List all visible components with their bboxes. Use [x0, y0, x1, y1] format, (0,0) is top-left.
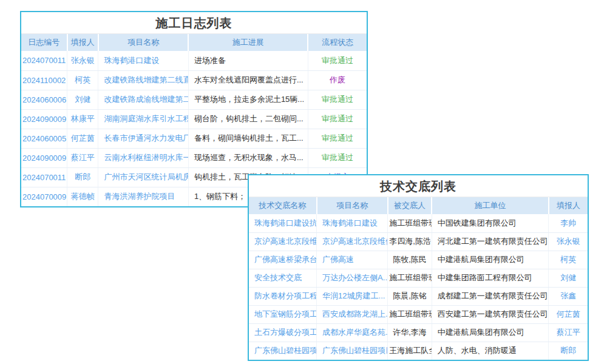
- disclosure-name-link[interactable]: 广佛高速桥梁承台施...: [249, 251, 317, 269]
- column-header-disclosure-name-link: 技术交底名称: [249, 197, 317, 214]
- column-header-reporter-link: 填报人: [549, 197, 588, 214]
- recipient-text: 施工班组带班...: [388, 214, 432, 232]
- table-row: 防水卷材分项工程施...华润12城房建工...陈晨,陈铭成都建工第一建筑有限责任…: [249, 287, 588, 305]
- column-header-project-link: 项目名称: [98, 34, 189, 51]
- status-badge: 审批通过: [308, 129, 367, 148]
- disclosure-name-link[interactable]: 广东佛山碧桂园项目...: [249, 342, 317, 360]
- project-link[interactable]: 广州市天河区统计局机房...: [98, 167, 189, 187]
- project-link[interactable]: 改建铁路成渝线增建第二...: [98, 90, 189, 109]
- construction-unit-text: 中建港航局集团有限公司: [432, 251, 549, 269]
- project-link[interactable]: 西安成都路龙湖上...: [317, 305, 388, 323]
- reporter-link[interactable]: 蔡江平: [67, 148, 98, 167]
- disclosure-name-link[interactable]: 安全技术交底: [249, 269, 317, 287]
- disclosure-name-link[interactable]: 京沪高速北京段维修...: [249, 232, 317, 251]
- table-row: 广东佛山碧桂园项目...广东佛山碧桂园项目王海施工队全队人防、水电、消防暖通断郎: [249, 342, 588, 360]
- reporter-link[interactable]: 张永银: [549, 232, 588, 251]
- disclosure-name-link[interactable]: 地下室钢筋分项工程...: [249, 305, 317, 323]
- log-id-link[interactable]: 2024090009: [21, 148, 67, 167]
- reporter-link[interactable]: 断郎: [549, 342, 588, 360]
- project-link[interactable]: 长春市伊通河水力发电厂...: [98, 129, 189, 148]
- disclosure-name-link[interactable]: 防水卷材分项工程施...: [249, 287, 317, 305]
- reporter-link[interactable]: 刘健: [67, 90, 98, 109]
- log-id-link[interactable]: 2024070011: [21, 167, 67, 187]
- reporter-link[interactable]: 柯英: [549, 251, 588, 269]
- reporter-link[interactable]: 蔡江平: [549, 323, 588, 342]
- recipient-text: 王海施工队全队: [388, 342, 432, 360]
- column-header-log-id-link: 日志编号: [21, 34, 67, 51]
- technical-disclosure-table: 技术交底名称项目名称被交底人施工单位填报人 珠海鹤港口建设抗浮...珠海鹤港口建…: [249, 197, 588, 360]
- table-row: 2024090009蔡江平云南水利枢纽潜明水库一...现场巡查，无积水现象，水马…: [21, 148, 367, 167]
- construction-log-title: 施工日志列表: [21, 12, 367, 34]
- status-badge: 审批通过: [308, 148, 367, 167]
- status-badge: 审批通过: [308, 90, 367, 109]
- column-header-status-badge: 流程状态: [308, 34, 367, 51]
- progress-text: 现场巡查，无积水现象，水马...: [188, 148, 308, 167]
- table-row: 2024090009林康平湖南洞庭湖水库引水工程...砌台阶，钩机排土，二包砌间…: [21, 109, 367, 129]
- project-link[interactable]: 万达办公楼左侧A...: [317, 269, 388, 287]
- project-link[interactable]: 青海洪湖养护院项目: [98, 187, 189, 206]
- column-header-construction-unit-text: 施工单位: [432, 197, 549, 214]
- reporter-link[interactable]: 李帅: [549, 214, 588, 232]
- construction-unit-text: 中建港航局集团有限公司: [432, 323, 549, 342]
- reporter-link[interactable]: 林康平: [67, 109, 98, 129]
- log-id-link[interactable]: 2024070011: [21, 51, 67, 70]
- disclosure-name-link[interactable]: 土石方爆破分项工程...: [249, 323, 317, 342]
- project-link[interactable]: 珠海鹤港口建设: [317, 214, 388, 232]
- project-link[interactable]: 改建铁路线增建第二线直...: [98, 70, 189, 90]
- recipient-text: 施工班组带班...: [388, 305, 432, 323]
- recipient-text: 李四海,陈浩: [388, 232, 432, 251]
- log-id-link[interactable]: 2024060005: [21, 129, 67, 148]
- disclosure-name-link[interactable]: 珠海鹤港口建设抗浮...: [249, 214, 317, 232]
- log-id-link[interactable]: 2024060006: [21, 90, 67, 109]
- column-header-project-link: 项目名称: [317, 197, 388, 214]
- table-row: 广佛高速桥梁承台施...广佛高速陈牧,陈民中建港航局集团有限公司柯英: [249, 251, 588, 269]
- column-header-reporter-link: 填报人: [67, 34, 98, 51]
- progress-text: 砌台阶，钩机排土，二包砌间...: [188, 109, 308, 129]
- reporter-link[interactable]: 张鑫: [549, 287, 588, 305]
- construction-log-header-row: 日志编号填报人项目名称施工进展流程状态: [21, 34, 367, 51]
- table-row: 土石方爆破分项工程...成都水岸华庭名苑...许华,李海中建港航局集团有限公司蔡…: [249, 323, 588, 342]
- table-row: 安全技术交底万达办公楼左侧A...施工班组带班...中建集团路面工程有限公司刘健: [249, 269, 588, 287]
- construction-unit-text: 人防、水电、消防暖通: [432, 342, 549, 360]
- reporter-link[interactable]: 何芷茵: [67, 129, 98, 148]
- status-badge: 作废: [308, 70, 367, 90]
- project-link[interactable]: 华润12城房建工...: [317, 287, 388, 305]
- table-row: 2024060006刘健改建铁路成渝线增建第二...平整场地，拉走多余泥土15辆…: [21, 90, 367, 109]
- table-row: 珠海鹤港口建设抗浮...珠海鹤港口建设施工班组带班...中国铁建集团有限公司李帅: [249, 214, 588, 232]
- progress-text: 备料，砌间墙钩机排土，瓦工...: [188, 129, 308, 148]
- reporter-link[interactable]: 柯英: [67, 70, 98, 90]
- progress-text: 水车对全线遮阳网覆盖点进行...: [188, 70, 308, 90]
- column-header-recipient-text: 被交底人: [388, 197, 432, 214]
- reporter-link[interactable]: 何芷茵: [549, 305, 588, 323]
- project-link[interactable]: 广佛高速: [317, 251, 388, 269]
- column-header-progress-text: 施工进展: [188, 34, 308, 51]
- table-row: 京沪高速北京段维修...京沪高速北京段维修李四海,陈浩河北建工第一建筑有限责任公…: [249, 232, 588, 251]
- table-row: 2024060005何芷茵长春市伊通河水力发电厂...备料，砌间墙钩机排土，瓦工…: [21, 129, 367, 148]
- construction-unit-text: 河北建工第一建筑有限责任公司: [432, 232, 549, 251]
- project-link[interactable]: 京沪高速北京段维修: [317, 232, 388, 251]
- project-link[interactable]: 广东佛山碧桂园项目: [317, 342, 388, 360]
- technical-disclosure-title: 技术交底列表: [249, 175, 588, 197]
- project-link[interactable]: 湖南洞庭湖水库引水工程...: [98, 109, 189, 129]
- project-link[interactable]: 云南水利枢纽潜明水库一...: [98, 148, 189, 167]
- reporter-link[interactable]: 刘健: [549, 269, 588, 287]
- status-badge: 审批通过: [308, 51, 367, 70]
- recipient-text: 施工班组带班...: [388, 269, 432, 287]
- construction-unit-text: 西安建工第一建筑有限责任公司: [432, 305, 549, 323]
- technical-disclosure-header-row: 技术交底名称项目名称被交底人施工单位填报人: [249, 197, 588, 214]
- table-row: 2024070011张永银珠海鹤港口建设进场准备审批通过: [21, 51, 367, 70]
- log-id-link[interactable]: 2024090009: [21, 109, 67, 129]
- reporter-link[interactable]: 断郎: [67, 167, 98, 187]
- reporter-link[interactable]: 张永银: [67, 51, 98, 70]
- log-id-link[interactable]: 2024110002: [21, 70, 67, 90]
- recipient-text: 陈牧,陈民: [388, 251, 432, 269]
- progress-text: 进场准备: [188, 51, 308, 70]
- project-link[interactable]: 珠海鹤港口建设: [98, 51, 189, 70]
- table-row: 地下室钢筋分项工程...西安成都路龙湖上...施工班组带班...西安建工第一建筑…: [249, 305, 588, 323]
- status-badge: 审批通过: [308, 109, 367, 129]
- reporter-link[interactable]: 蒋德帧: [67, 187, 98, 206]
- project-link[interactable]: 成都水岸华庭名苑...: [317, 323, 388, 342]
- log-id-link[interactable]: 2024070009: [21, 187, 67, 206]
- construction-unit-text: 中建集团路面工程有限公司: [432, 269, 549, 287]
- progress-text: 平整场地，拉走多余泥土15辆...: [188, 90, 308, 109]
